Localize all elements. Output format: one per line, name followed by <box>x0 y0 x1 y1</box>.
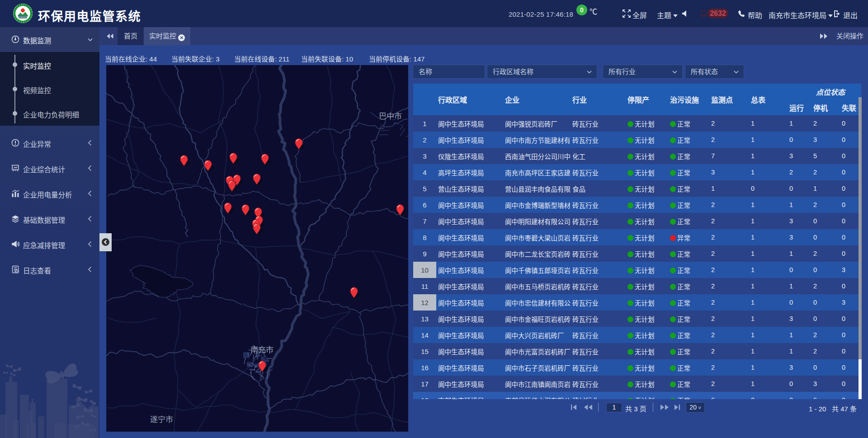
svg-text:巴中市: 巴中市 <box>379 112 402 121</box>
svg-text:南充市: 南充市 <box>250 346 274 354</box>
svg-text:遂宁市: 遂宁市 <box>150 415 173 424</box>
